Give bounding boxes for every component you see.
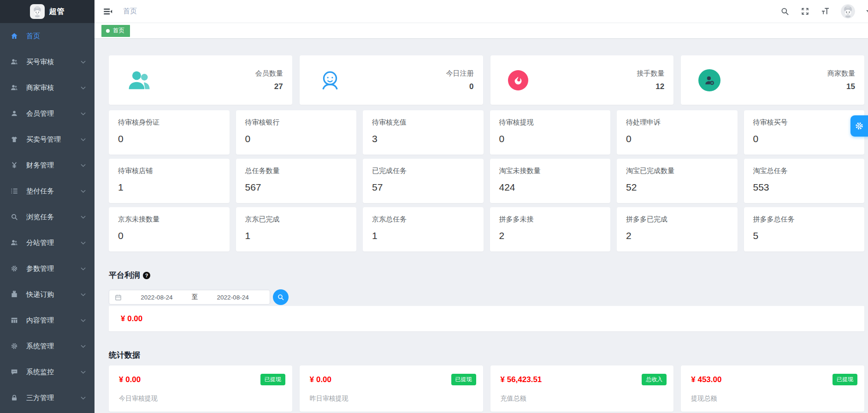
sidebar-item-home[interactable]: 首页 bbox=[0, 23, 94, 49]
sidebar-item-account-mgmt[interactable]: 买卖号管理 bbox=[0, 126, 94, 152]
stat-card-value: 0 bbox=[245, 133, 348, 144]
overview-card-merchants: 商家数量 15 bbox=[681, 55, 864, 105]
profit-amount: ¥ 0.00 bbox=[121, 314, 142, 323]
sidebar-item-label: 会员管理 bbox=[26, 109, 81, 118]
overview-card-value: 15 bbox=[827, 82, 855, 91]
profit-search-button[interactable] bbox=[273, 289, 289, 305]
statistics-amount: ¥ 453.00 bbox=[691, 375, 721, 384]
settings-fab[interactable] bbox=[850, 115, 868, 137]
brand-title: 超管 bbox=[49, 7, 65, 17]
sidebar-item-buyer-review[interactable]: 买号审核 bbox=[0, 49, 94, 75]
stat-card: 拼多多未接2 bbox=[490, 207, 611, 251]
statistics-label: 今日审核提现 bbox=[119, 395, 285, 403]
sidebar-item-label: 买卖号管理 bbox=[26, 135, 81, 144]
stat-card-label: 拼多多已完成 bbox=[626, 215, 728, 224]
yen-icon bbox=[10, 162, 18, 169]
stat-card-label: 总任务数量 bbox=[245, 167, 348, 175]
chevron-down-icon bbox=[81, 395, 86, 401]
sidebar-item-advance-tasks[interactable]: 垫付任务 bbox=[0, 178, 94, 204]
statistics-label: 提现总额 bbox=[691, 395, 857, 403]
stat-card-value: 2 bbox=[499, 230, 602, 241]
profit-date-row: 2022-08-24 至 2022-08-24 bbox=[109, 289, 864, 305]
users-icon bbox=[10, 84, 18, 92]
stat-card-value: 0 bbox=[118, 230, 220, 241]
sidebar-item-content-mgmt[interactable]: 内容管理 bbox=[0, 307, 94, 333]
user-menu-caret-icon[interactable] bbox=[866, 10, 868, 13]
sidebar-item-browse-tasks[interactable]: 浏览任务 bbox=[0, 204, 94, 230]
status-badge: 已提现 bbox=[260, 374, 285, 385]
avatar[interactable] bbox=[841, 4, 855, 18]
font-size-icon[interactable] bbox=[821, 7, 830, 16]
stat-card-label: 待审核充值 bbox=[372, 118, 474, 127]
sidebar-item-params-mgmt[interactable]: 参数管理 bbox=[0, 256, 94, 281]
sidebar-nav: 首页 买号审核 商家审核 会员管理 买卖号管理 bbox=[0, 23, 94, 413]
stat-card-value: 1 bbox=[118, 182, 220, 193]
brand: 超管 bbox=[0, 0, 94, 23]
stat-card-label: 已完成任务 bbox=[372, 167, 474, 175]
tabbar: 首页 bbox=[94, 23, 868, 39]
statistics-amount: ¥ 0.00 bbox=[119, 375, 141, 384]
tab-active-dot bbox=[106, 29, 110, 33]
overview-card-label: 接手数量 bbox=[637, 69, 664, 78]
user-icon bbox=[10, 110, 18, 118]
stat-card: 已完成任务57 bbox=[363, 159, 484, 203]
topbar: 首页 bbox=[94, 0, 868, 23]
stat-card: 待审核充值3 bbox=[363, 110, 484, 155]
sidebar-item-merchant-review[interactable]: 商家审核 bbox=[0, 75, 94, 101]
sidebar: 超管 首页 买号审核 商家审核 会员管理 bbox=[0, 0, 94, 413]
sidebar-item-label: 系统管理 bbox=[26, 342, 81, 351]
help-icon[interactable]: ? bbox=[143, 272, 150, 279]
chevron-down-icon bbox=[81, 162, 86, 168]
search-icon[interactable] bbox=[780, 7, 789, 16]
statistics-card: ¥ 0.00 已提现 今日审核提现 bbox=[109, 365, 292, 412]
sidebar-item-label: 买号审核 bbox=[26, 58, 81, 66]
main-area: 首页 首页 bbox=[94, 0, 868, 413]
sidebar-item-member-mgmt[interactable]: 会员管理 bbox=[0, 101, 94, 126]
sidebar-item-substation-mgmt[interactable]: 分站管理 bbox=[0, 230, 94, 256]
overview-card-registered-today: 今日注册 0 bbox=[300, 55, 483, 105]
stat-card-label: 待审核身份证 bbox=[118, 118, 220, 127]
stat-card: 京东未接数量0 bbox=[109, 207, 230, 251]
overview-card-members: 会员数量 27 bbox=[109, 55, 292, 105]
sidebar-item-finance-mgmt[interactable]: 财务管理 bbox=[0, 152, 94, 178]
stat-card: 拼多多已完成2 bbox=[617, 207, 738, 251]
stat-card-label: 淘宝未接数量 bbox=[499, 167, 602, 175]
stat-card-value: 52 bbox=[626, 182, 728, 193]
chevron-down-icon bbox=[81, 292, 86, 297]
sidebar-toggle-icon[interactable] bbox=[103, 6, 113, 17]
tab-home[interactable]: 首页 bbox=[101, 25, 130, 37]
status-badge: 已提现 bbox=[451, 374, 476, 385]
stat-card-label: 拼多多未接 bbox=[499, 215, 602, 224]
sidebar-item-system-mgmt[interactable]: 系统管理 bbox=[0, 333, 94, 359]
stat-card-label: 拼多多总任务 bbox=[753, 215, 856, 224]
lock-icon bbox=[10, 394, 18, 402]
list-icon bbox=[10, 187, 18, 195]
stat-card: 拼多多总任务5 bbox=[744, 207, 865, 251]
flame-icon bbox=[508, 70, 528, 90]
statistics-amount: ¥ 56,423.51 bbox=[501, 375, 542, 384]
chevron-down-icon bbox=[81, 266, 86, 271]
date-from-input[interactable]: 2022-08-24 bbox=[125, 294, 188, 301]
date-separator: 至 bbox=[192, 293, 198, 301]
sidebar-item-thirdparty-mgmt[interactable]: 三方管理 bbox=[0, 385, 94, 411]
overview-card-label: 今日注册 bbox=[446, 69, 474, 78]
stat-card-label: 淘宝已完成数量 bbox=[626, 167, 728, 175]
sidebar-item-label: 内容管理 bbox=[26, 316, 81, 325]
chevron-down-icon bbox=[81, 369, 86, 375]
sidebar-item-system-monitor[interactable]: 系统监控 bbox=[0, 359, 94, 385]
date-to-input[interactable]: 2022-08-24 bbox=[201, 294, 264, 301]
overview-card-value: 12 bbox=[637, 82, 664, 91]
sidebar-item-label: 财务管理 bbox=[26, 161, 81, 170]
chevron-down-icon bbox=[81, 317, 86, 323]
stat-card-value: 1 bbox=[372, 230, 474, 241]
overview-card-accepted: 接手数量 12 bbox=[490, 55, 674, 105]
sidebar-item-label: 三方管理 bbox=[26, 394, 81, 402]
sidebar-item-express-order[interactable]: 快递订购 bbox=[0, 281, 94, 307]
content: 会员数量 27 今日注册 0 bbox=[94, 39, 868, 413]
statistics-label: 昨日审核提现 bbox=[310, 395, 476, 403]
stat-card-value: 0 bbox=[626, 133, 728, 144]
breadcrumb[interactable]: 首页 bbox=[123, 7, 137, 16]
date-range-input[interactable]: 2022-08-24 至 2022-08-24 bbox=[109, 290, 270, 305]
fullscreen-icon[interactable] bbox=[800, 7, 809, 16]
overview-card-value: 0 bbox=[446, 82, 474, 91]
